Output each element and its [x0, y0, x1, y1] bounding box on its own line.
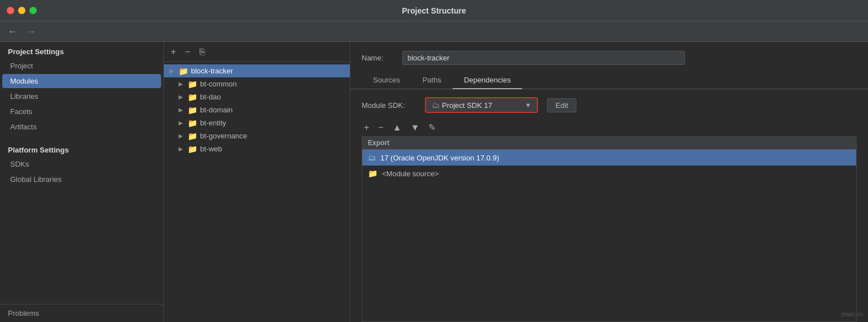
sdk-row: Module SDK: 🗂 Project SDK 17 ▼ Edit — [362, 97, 857, 113]
window-title: Project Structure — [402, 6, 466, 15]
sdk-selector-value: Project SDK 17 — [442, 101, 518, 110]
minimize-button[interactable] — [18, 7, 25, 14]
tree-item-label: bt-entity — [200, 119, 226, 127]
chevron-icon: ▶ — [179, 107, 184, 113]
sidebar-item-project[interactable]: Project — [2, 59, 161, 73]
dep-add-button[interactable]: + — [362, 121, 371, 134]
chevron-icon: ▶ — [179, 81, 184, 87]
tabs-bar: Sources Paths Dependencies — [350, 72, 868, 89]
folder-icon: 📁 — [188, 132, 197, 140]
chevron-icon: ▶ — [179, 94, 184, 100]
table-header: Export — [362, 137, 856, 150]
dep-remove-button[interactable]: − — [376, 121, 385, 134]
name-input[interactable] — [402, 51, 685, 65]
tree-item-label: bt-dao — [200, 93, 221, 101]
maximize-button[interactable] — [29, 7, 37, 14]
back-arrow[interactable]: ← — [6, 25, 19, 38]
dropdown-chevron-icon: ▼ — [525, 102, 531, 108]
tree-item-label: bt-common — [200, 80, 237, 88]
tree-item-label: bt-domain — [200, 106, 233, 114]
folder-icon: 📁 — [188, 106, 197, 114]
folder-icon: 📁 — [188, 119, 197, 127]
tree-item-label: bt-governance — [200, 132, 247, 140]
sidebar-item-problems[interactable]: Problems — [0, 304, 163, 322]
tree-item-label: bt-web — [200, 145, 222, 153]
source-folder-icon: 📁 — [368, 169, 377, 178]
close-button[interactable] — [7, 7, 14, 14]
sidebar-item-sdks[interactable]: SDKs — [2, 157, 161, 171]
export-column-header: Export — [368, 139, 389, 147]
table-row[interactable]: 📁 <Module source> — [362, 166, 856, 181]
sidebar-item-libraries[interactable]: Libraries — [2, 89, 161, 103]
platform-settings-header: Platform Settings — [0, 140, 163, 156]
jdk-row-text: 17 (Oracle OpenJDK version 17.0.9) — [380, 154, 850, 162]
folder-icon: 📁 — [188, 145, 197, 153]
nav-bar: ← → — [0, 21, 868, 42]
tab-paths[interactable]: Paths — [411, 72, 453, 89]
content-panel: Name: Sources Paths Dependencies Module … — [350, 42, 868, 322]
folder-icon: 📁 — [188, 80, 197, 88]
sdk-selector-dropdown[interactable]: 🗂 Project SDK 17 ▼ — [425, 97, 538, 113]
tree-item-bt-governance[interactable]: ▶ 📁 bt-governance — [164, 129, 350, 142]
chevron-icon: ▶ — [179, 133, 184, 139]
sidebar-item-artifacts[interactable]: Artifacts — [2, 120, 161, 134]
jdk-folder-icon: 🗂 — [368, 153, 376, 162]
sidebar-item-global-libraries[interactable]: Global Libraries — [2, 172, 161, 186]
dependencies-content: Module SDK: 🗂 Project SDK 17 ▼ Edit + − … — [350, 89, 868, 322]
sdk-folder-icon: 🗂 — [432, 101, 440, 110]
source-row-text: <Module source> — [382, 169, 850, 178]
tree-panel: + − ⎘ ▶ 📁 block-tracker ▶ 📁 bt-common ▶ … — [164, 42, 350, 322]
dep-table-toolbar: + − ▲ ▼ ✎ — [362, 121, 857, 134]
folder-icon: 📁 — [188, 93, 197, 101]
tree-item-bt-dao[interactable]: ▶ 📁 bt-dao — [164, 90, 350, 103]
sidebar-item-facets[interactable]: Facets — [2, 105, 161, 119]
name-row: Name: — [350, 42, 868, 72]
dep-edit-button[interactable]: ✎ — [426, 121, 438, 134]
sdk-edit-button[interactable]: Edit — [547, 98, 576, 112]
dep-move-up-button[interactable]: ▲ — [390, 121, 404, 134]
sidebar: Project Settings Project Modules Librari… — [0, 42, 164, 322]
tree-toolbar: + − ⎘ — [164, 42, 350, 62]
tree-item-label: block-tracker — [191, 67, 233, 75]
tree-item-bt-common[interactable]: ▶ 📁 bt-common — [164, 77, 350, 90]
main-layout: Project Settings Project Modules Librari… — [0, 42, 868, 322]
sidebar-item-modules[interactable]: Modules — [2, 74, 161, 88]
tree-item-block-tracker[interactable]: ▶ 📁 block-tracker — [164, 64, 350, 77]
watermark: znwx.cn — [841, 311, 863, 317]
module-sdk-label: Module SDK: — [362, 101, 418, 110]
project-settings-header: Project Settings — [0, 42, 163, 58]
name-label: Name: — [362, 54, 396, 62]
tree-add-button[interactable]: + — [168, 46, 178, 58]
forward-arrow[interactable]: → — [25, 25, 38, 38]
dependency-table: Export 🗂 17 (Oracle OpenJDK version 17.0… — [362, 136, 857, 322]
module-tree-list: ▶ 📁 block-tracker ▶ 📁 bt-common ▶ 📁 bt-d… — [164, 62, 350, 322]
dep-move-down-button[interactable]: ▼ — [409, 121, 422, 134]
chevron-icon: ▶ — [179, 146, 184, 152]
tree-item-bt-entity[interactable]: ▶ 📁 bt-entity — [164, 116, 350, 129]
folder-icon: 📁 — [179, 67, 188, 75]
tree-remove-button[interactable]: − — [183, 46, 192, 58]
title-bar: Project Structure — [0, 0, 868, 21]
table-row[interactable]: 🗂 17 (Oracle OpenJDK version 17.0.9) — [362, 150, 856, 166]
tree-item-bt-web[interactable]: ▶ 📁 bt-web — [164, 142, 350, 155]
tree-copy-button[interactable]: ⎘ — [197, 46, 207, 58]
chevron-icon: ▶ — [170, 68, 175, 74]
chevron-icon: ▶ — [179, 120, 184, 126]
traffic-lights — [7, 7, 37, 14]
tree-item-bt-domain[interactable]: ▶ 📁 bt-domain — [164, 103, 350, 116]
tab-dependencies[interactable]: Dependencies — [453, 72, 522, 89]
tab-sources[interactable]: Sources — [362, 72, 411, 89]
